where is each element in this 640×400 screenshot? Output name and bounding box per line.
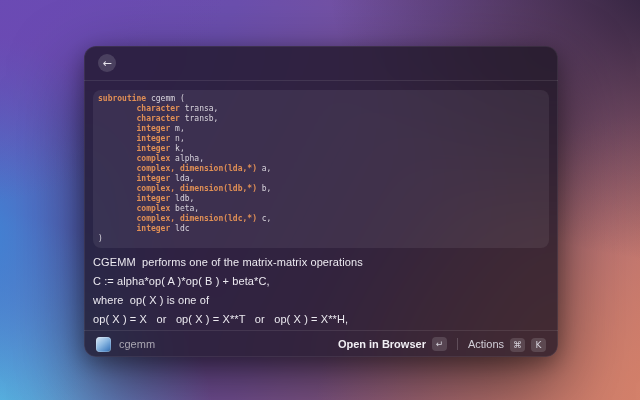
description-line: op( X ) = X or op( X ) = X**T or op( X )… (93, 310, 549, 329)
code-line: ) (98, 234, 544, 244)
back-arrow-icon: ← (102, 58, 111, 69)
code-line: integer lda, (98, 174, 544, 184)
actions-label: Actions (468, 338, 504, 350)
code-line: integer ldb, (98, 194, 544, 204)
key-badge: K (531, 338, 546, 352)
description-line: C := alpha*op( A )*op( B ) + beta*C, (93, 272, 549, 291)
actions-button[interactable]: Actions ⌘K (468, 336, 546, 353)
code-block: subroutine cgemm ( character transa, cha… (93, 90, 549, 248)
code-line: complex, dimension(ldc,*) c, (98, 214, 544, 224)
code-line: complex alpha, (98, 154, 544, 164)
extension-icon (96, 337, 111, 352)
detail-scroll-area[interactable]: subroutine cgemm ( character transa, cha… (84, 81, 558, 330)
extension-label: cgemm (119, 338, 155, 350)
open-in-browser-label: Open in Browser (338, 338, 426, 350)
description: CGEMM performs one of the matrix-matrix … (93, 253, 549, 329)
open-in-browser-button[interactable]: Open in Browser ↵ (338, 337, 447, 351)
code-line: complex, dimension(ldb,*) b, (98, 184, 544, 194)
back-button[interactable]: ← (98, 54, 116, 72)
footer-divider (457, 338, 458, 350)
code-line: integer ldc (98, 224, 544, 234)
docs-detail-window: ← subroutine cgemm ( character transa, c… (84, 46, 558, 357)
desktop-wallpaper: ← subroutine cgemm ( character transa, c… (0, 0, 640, 400)
window-header: ← (84, 46, 558, 81)
description-line: where op( X ) is one of (93, 291, 549, 310)
code-line: integer m, (98, 124, 544, 134)
code-line: integer n, (98, 134, 544, 144)
footer-bar: cgemm Open in Browser ↵ Actions ⌘K (84, 330, 558, 357)
code-line: integer k, (98, 144, 544, 154)
description-line: CGEMM performs one of the matrix-matrix … (93, 253, 549, 272)
code-line: character transa, (98, 104, 544, 114)
code-lines: subroutine cgemm ( character transa, cha… (98, 94, 544, 244)
code-line: complex beta, (98, 204, 544, 214)
footer-actions: Open in Browser ↵ Actions ⌘K (338, 336, 546, 353)
return-key-icon: ↵ (432, 337, 447, 351)
code-line: subroutine cgemm ( (98, 94, 544, 104)
key-badge: ⌘ (510, 338, 525, 352)
code-line: complex, dimension(lda,*) a, (98, 164, 544, 174)
code-line: character transb, (98, 114, 544, 124)
actions-keys: ⌘K (504, 336, 546, 353)
